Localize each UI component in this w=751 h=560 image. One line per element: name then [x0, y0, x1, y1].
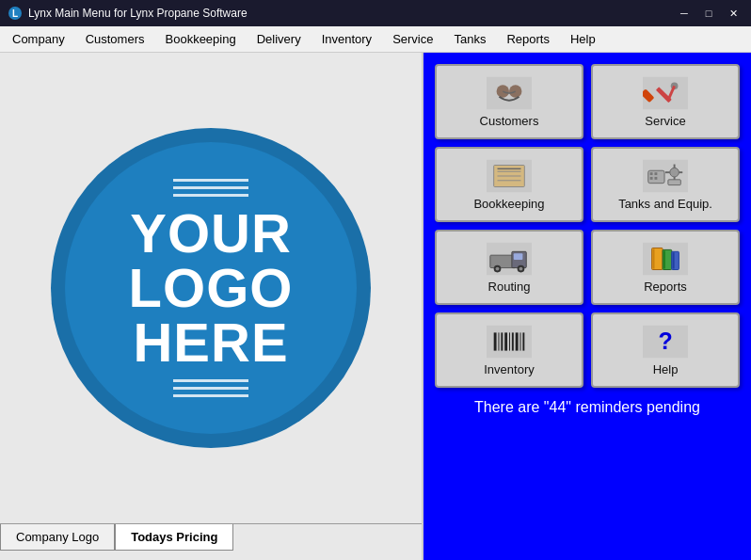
menu-item-menu-delivery[interactable]: Delivery — [247, 27, 312, 51]
svg-rect-48 — [509, 332, 510, 350]
customers-label: Customers — [480, 114, 539, 128]
reports-button[interactable]: Reports — [591, 230, 740, 305]
customers-icon — [487, 76, 532, 110]
svg-rect-19 — [654, 172, 657, 175]
menu-item-menu-service[interactable]: Service — [382, 27, 443, 51]
svg-rect-21 — [654, 176, 657, 179]
svg-rect-44 — [494, 332, 497, 350]
svg-rect-18 — [650, 172, 653, 175]
left-panel: YOUR LOGO HERE Company Logo Todays Prici… — [0, 53, 423, 560]
logo-line-1 — [173, 179, 248, 182]
service-icon — [643, 76, 688, 110]
reports-icon — [643, 242, 688, 276]
menu-item-menu-help[interactable]: Help — [560, 27, 606, 51]
app-icon: L — [8, 6, 23, 21]
close-button[interactable]: ✕ — [723, 5, 743, 22]
menu-bar: CompanyCustomersBookkeepingDeliveryInven… — [0, 26, 751, 53]
svg-rect-40 — [663, 250, 665, 268]
menu-item-menu-reports[interactable]: Reports — [496, 27, 560, 51]
right-panel: Customers Service — [423, 53, 751, 560]
logo-text-line3: HERE — [133, 315, 288, 370]
svg-point-33 — [496, 266, 500, 270]
title-bar-text: Lynx Main Menu for Lynx Propane Software — [28, 7, 248, 20]
logo-line-6 — [173, 394, 248, 397]
svg-point-22 — [670, 168, 679, 177]
menu-item-menu-inventory[interactable]: Inventory — [312, 27, 382, 51]
inventory-button[interactable]: Inventory — [435, 312, 583, 388]
svg-rect-47 — [504, 332, 507, 350]
todays-pricing-button[interactable]: Todays Pricing — [115, 524, 233, 551]
customers-button[interactable]: Customers — [435, 64, 583, 139]
bookkeeping-button[interactable]: Bookkeeping — [435, 147, 583, 222]
routing-icon — [487, 242, 532, 276]
service-label: Service — [645, 114, 685, 128]
svg-rect-31 — [514, 253, 523, 260]
tanks-label: Tanks and Equip. — [618, 197, 712, 211]
help-button[interactable]: ? Help — [591, 312, 740, 388]
menu-item-menu-company[interactable]: Company — [2, 27, 75, 51]
help-label: Help — [653, 362, 679, 376]
bottom-buttons: Company Logo Todays Pricing — [0, 523, 422, 551]
logo-circle-inner: YOUR LOGO HERE — [65, 142, 357, 434]
logo-line-3 — [173, 194, 248, 197]
bookkeeping-label: Bookkeeping — [473, 197, 544, 211]
logo-line-4 — [173, 379, 248, 382]
reports-label: Reports — [644, 280, 687, 294]
svg-point-35 — [519, 266, 523, 270]
routing-button[interactable]: Routing — [435, 230, 583, 305]
inventory-icon — [487, 325, 532, 359]
maximize-button[interactable]: □ — [698, 5, 719, 22]
svg-rect-46 — [501, 332, 503, 350]
menu-item-menu-bookkeeping[interactable]: Bookkeeping — [155, 27, 247, 51]
svg-rect-49 — [512, 332, 514, 350]
routing-label: Routing — [488, 280, 531, 294]
inventory-label: Inventory — [484, 362, 534, 376]
company-logo-button[interactable]: Company Logo — [0, 524, 115, 551]
logo-circle-outer: YOUR LOGO HERE — [51, 128, 371, 448]
logo-lines-bottom — [173, 379, 248, 397]
logo-text-line2: LOGO — [129, 261, 294, 315]
help-icon: ? — [643, 325, 688, 359]
logo-lines-top — [173, 179, 248, 197]
svg-rect-42 — [673, 252, 675, 268]
svg-rect-45 — [498, 332, 499, 350]
svg-text:?: ? — [658, 327, 672, 353]
menu-item-menu-customers[interactable]: Customers — [75, 27, 155, 51]
svg-rect-20 — [650, 176, 653, 179]
tanks-button[interactable]: Tanks and Equip. — [591, 147, 740, 222]
menu-grid: Customers Service — [435, 64, 740, 388]
tanks-icon — [643, 159, 688, 193]
svg-text:L: L — [12, 8, 18, 19]
minimize-button[interactable]: ─ — [674, 5, 695, 22]
logo-line-2 — [173, 186, 248, 189]
menu-item-menu-tanks[interactable]: Tanks — [443, 27, 496, 51]
logo-text-line1: YOUR — [130, 206, 292, 261]
logo-line-5 — [173, 387, 248, 390]
bookkeeping-icon — [487, 159, 532, 193]
svg-rect-51 — [520, 332, 521, 350]
logo-container: YOUR LOGO HERE — [0, 53, 422, 523]
title-bar: L Lynx Main Menu for Lynx Propane Softwa… — [0, 0, 751, 26]
svg-rect-27 — [668, 179, 680, 184]
reminder-text: There are "44" reminders pending — [474, 399, 700, 416]
svg-rect-38 — [653, 248, 655, 268]
svg-rect-52 — [522, 332, 524, 350]
service-button[interactable]: Service — [591, 64, 740, 139]
main-container: YOUR LOGO HERE Company Logo Todays Prici… — [0, 53, 751, 560]
svg-rect-50 — [516, 332, 519, 350]
